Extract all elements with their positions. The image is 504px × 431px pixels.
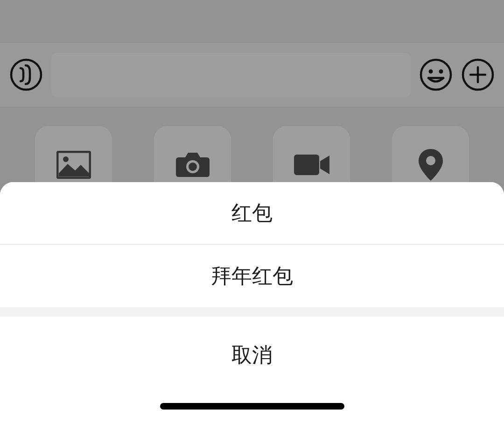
cancel-label: 取消 <box>231 341 273 369</box>
home-indicator[interactable] <box>160 403 344 410</box>
sheet-divider <box>0 307 504 317</box>
option-label: 红包 <box>231 199 273 227</box>
cancel-button[interactable]: 取消 <box>0 317 504 389</box>
option-label: 拜年红包 <box>211 262 293 290</box>
red-packet-option[interactable]: 红包 <box>0 182 504 245</box>
action-sheet: 红包 拜年红包 取消 <box>0 182 504 431</box>
home-indicator-area <box>0 389 504 431</box>
new-year-red-packet-option[interactable]: 拜年红包 <box>0 245 504 307</box>
